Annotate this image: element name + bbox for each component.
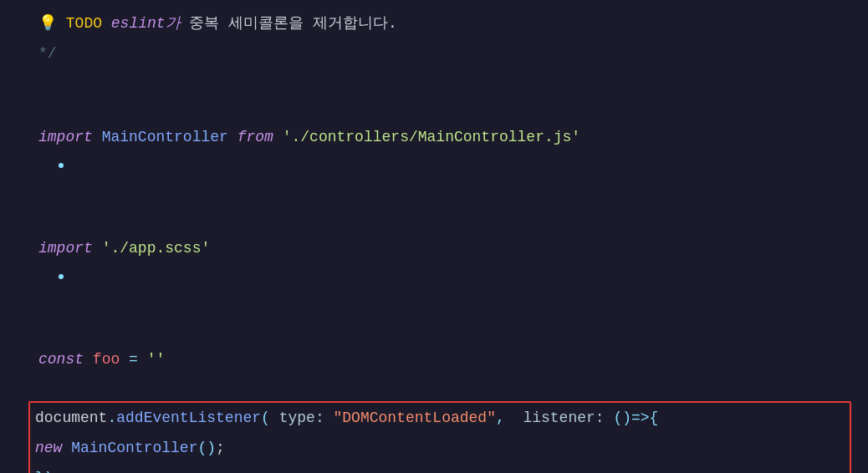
space [93, 235, 102, 262]
highlighted-block: document . addEventListener ( type: "DOM… [28, 401, 851, 473]
space [605, 404, 614, 431]
comment-end: */ [38, 40, 57, 67]
import-scss-code: import './app.scss' [38, 235, 210, 262]
listener-label: listener: [523, 404, 604, 431]
close-block-code: } ) [35, 465, 54, 473]
main-controller-class: MainController [71, 435, 197, 461]
document-obj: document [35, 404, 107, 431]
todo-content: 💡 TODO eslint가 중복 세미콜론을 제거합니다. [38, 10, 397, 37]
line-dot [59, 274, 64, 279]
close-paren: ) [44, 465, 54, 473]
space [270, 404, 279, 431]
blank-line-2 [0, 95, 868, 122]
line-gutter [17, 236, 28, 316]
add-event-listener-line: document . addEventListener ( type: "DOM… [30, 403, 850, 433]
arrow-func: ()=>{ [613, 404, 658, 431]
todo-eslint: eslint가 [111, 10, 190, 37]
double-space [505, 404, 523, 431]
const-foo-code: const foo = '' [38, 346, 165, 373]
space [120, 346, 129, 373]
comma: , [496, 404, 505, 431]
code-editor: 💡 TODO eslint가 중복 세미콜론을 제거합니다. */ import… [0, 0, 868, 473]
space [138, 346, 147, 373]
from-keyword: from [237, 124, 273, 150]
new-main-controller-code: new MainController () ; [35, 435, 225, 461]
semicolon: ; [216, 435, 225, 461]
line-dot [59, 163, 64, 168]
import-keyword: import [38, 124, 93, 150]
empty-string: '' [147, 346, 166, 373]
todo-label: TODO [57, 10, 111, 37]
space [273, 124, 283, 150]
space [228, 124, 237, 150]
import-main-controller-code: import MainController from './controller… [38, 124, 580, 150]
comment-end-line: */ [0, 38, 868, 69]
blank-line-4 [0, 318, 868, 344]
import-path: './controllers/MainController.js' [283, 124, 580, 150]
main-controller-name: MainController [102, 124, 228, 150]
dot-1: . [107, 404, 116, 431]
scss-path: './app.scss' [102, 235, 211, 262]
highlighted-region: document . addEventListener ( type: "DOM… [0, 401, 868, 473]
open-paren: ( [261, 404, 270, 431]
space [84, 346, 93, 373]
var-foo: foo [93, 346, 120, 373]
blank-line-3 [0, 206, 868, 233]
const-keyword: const [38, 346, 84, 373]
add-event-listener-code: document . addEventListener ( type: "DOM… [35, 404, 658, 431]
call-parens: () [197, 435, 216, 461]
space [62, 435, 71, 461]
space [324, 404, 334, 431]
line-gutter [17, 125, 28, 205]
blank-line-5 [0, 374, 868, 401]
type-label: type: [279, 404, 324, 431]
import-scss-line: import './app.scss' [0, 233, 868, 318]
new-keyword: new [35, 435, 62, 461]
add-event-listener-func: addEventListener [116, 404, 261, 431]
equals: = [129, 346, 138, 373]
close-brace: } [35, 465, 44, 473]
import-main-controller-line: import MainController from './controller… [0, 122, 868, 206]
const-foo-line: const foo = '' [0, 344, 868, 374]
new-main-controller-line: new MainController () ; [30, 433, 850, 463]
blank-line-1 [0, 69, 868, 95]
todo-korean: 중복 세미콜론을 제거합니다. [189, 10, 396, 37]
todo-line: 💡 TODO eslint가 중복 세미콜론을 제거합니다. [0, 8, 868, 38]
close-block-line: } ) [30, 463, 850, 473]
import-keyword-2: import [38, 235, 93, 262]
dom-content-loaded: "DOMContentLoaded" [334, 404, 496, 431]
space [93, 124, 102, 150]
todo-icon: 💡 [38, 10, 57, 37]
